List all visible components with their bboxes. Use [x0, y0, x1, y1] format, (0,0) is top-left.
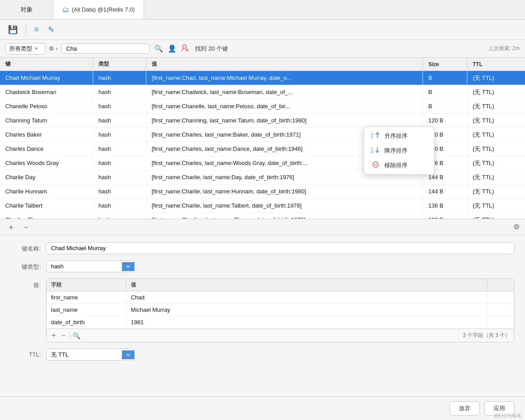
key-type-row: 键类型: hash string list set zset — [11, 260, 514, 272]
hash-table-row[interactable]: first_name Chad — [47, 291, 514, 304]
hash-col-field: 字段 — [47, 279, 126, 291]
add-field-button[interactable]: ＋ — [50, 331, 57, 340]
table-row[interactable]: Chanelle Peloso hash [first_name:Chanell… — [0, 99, 525, 114]
key-name-input[interactable] — [46, 242, 514, 254]
table-row[interactable]: Charlie Hunnam hash [first_name:Charlie,… — [0, 184, 525, 199]
cell-value: [first_name:Charlize, last_name:Theron, … — [146, 213, 423, 219]
hash-table-row[interactable]: last_name Michael Murray — [47, 304, 514, 316]
cell-type: hash — [93, 199, 146, 212]
remove-user-button[interactable] — [180, 43, 190, 55]
value-row: 值: 字段 值 first_name Chad — [11, 279, 514, 342]
sort-asc-menuitem[interactable]: A Z 升序排序 — [364, 129, 434, 143]
key-type-select[interactable]: hash string list set zset — [47, 261, 122, 272]
cell-value: [first_name:Charlie, last_name:Talbert, … — [146, 199, 423, 212]
hash-value-1: Michael Murray — [126, 304, 487, 316]
cell-size: B — [423, 71, 467, 85]
svg-point-0 — [183, 45, 186, 48]
cell-key: Charlize Theron — [0, 213, 93, 219]
cell-size: B — [423, 85, 467, 99]
hash-field-1: last_name — [47, 304, 126, 316]
table-row[interactable]: Charlize Theron hash [first_name:Charliz… — [0, 213, 525, 219]
col-header-key: 键 — [0, 58, 93, 71]
key-name-value-wrap — [46, 242, 514, 254]
table-row[interactable]: Channing Tatum hash [first_name:Channing… — [0, 114, 525, 128]
cell-key: Charles Woods Gray — [0, 156, 93, 170]
table-area: 键 类型 值 Size TTL Chad Michael Murray hash… — [0, 58, 525, 235]
search-input[interactable] — [66, 45, 133, 52]
detail-area: 键名称: 键类型: hash string list set zset — [0, 235, 525, 396]
table-row[interactable]: Charlie Day hash [first_name:Charlie, la… — [0, 170, 525, 184]
table-settings-button[interactable]: ⚙ — [513, 223, 520, 231]
search-settings-button[interactable]: ⚙ › — [49, 45, 58, 52]
col-header-ttl: TTL — [467, 58, 525, 71]
hash-table-header: 字段 值 — [47, 279, 514, 291]
cell-key: Charlie Talbert — [0, 199, 93, 212]
footer-divider — [70, 332, 70, 339]
type-select-label: 所有类型 — [9, 45, 32, 53]
hash-table-row[interactable]: date_of_birth 1981 — [47, 316, 514, 329]
cell-key: Charlie Day — [0, 170, 93, 184]
type-select[interactable]: 所有类型 ▼ — [5, 43, 45, 55]
cell-key: Channing Tatum — [0, 114, 93, 127]
add-row-button[interactable]: ＋ — [5, 221, 17, 233]
table-row[interactable]: Chad Michael Murray hash [first_name:Cha… — [0, 71, 525, 85]
hash-table-footer: ＋ － 🔍 3 个字段（共 3 个） — [47, 329, 514, 342]
remove-sort-icon — [371, 161, 380, 169]
svg-text:Z: Z — [371, 136, 373, 139]
cell-size: 144 B — [423, 184, 467, 198]
ttl-value-wrap: 无 TTL 自定义 — [46, 349, 514, 361]
sort-desc-menuitem[interactable]: Z A 降序排序 — [364, 143, 434, 158]
cell-key: Charles Dance — [0, 142, 93, 156]
search-icons: 🔍 👤 — [153, 43, 190, 55]
ttl-chevron-icon — [122, 350, 134, 359]
context-menu: A Z 升序排序 Z A 降序排序 — [364, 126, 435, 175]
action-row: 放弃 应用 — [0, 396, 525, 420]
watermark: @51CTU帖客 — [494, 413, 521, 419]
table-row[interactable]: Chadwick Boseman hash [first_name:Chadwi… — [0, 85, 525, 99]
remove-field-button[interactable]: － — [60, 331, 67, 340]
search-field-button[interactable]: 🔍 — [73, 332, 80, 339]
table-row[interactable]: Charles Dance hash [first_name:Charles, … — [0, 142, 525, 156]
ttl-select[interactable]: 无 TTL 自定义 — [47, 349, 122, 360]
key-type-select-wrap: hash string list set zset — [46, 260, 135, 272]
hash-table-wrap: 字段 值 first_name Chad last_name Michael M… — [46, 279, 514, 342]
hash-col-value: 值 — [126, 279, 487, 291]
hash-value-2: 1981 — [126, 316, 487, 328]
hash-field-0: first_name — [47, 291, 126, 303]
search-button[interactable]: 🔍 — [153, 43, 164, 54]
ttl-select-wrap: 无 TTL 自定义 — [46, 349, 135, 361]
field-count: 3 个字段（共 3 个） — [463, 332, 510, 339]
search-input-wrap — [61, 43, 150, 54]
table-row[interactable]: Charles Woods Gray hash [first_name:Char… — [0, 156, 525, 170]
cell-key: Charles Baker — [0, 128, 93, 141]
table-row[interactable]: Charles Baker hash [first_name:Charles, … — [0, 128, 525, 142]
cell-type: hash — [93, 99, 146, 113]
tab-icon: 🗂 — [62, 6, 69, 14]
tab-label: (All Data) @1(Redis 7.0) — [72, 6, 135, 13]
ttl-row: TTL: 无 TTL 自定义 — [11, 349, 514, 361]
main-tab[interactable]: 🗂 (All Data) @1(Redis 7.0) — [53, 0, 144, 19]
cell-ttl: (无 TTL) — [467, 170, 525, 184]
table-row[interactable]: Charlie Talbert hash [first_name:Charlie… — [0, 199, 525, 213]
hash-field-2: date_of_birth — [47, 316, 126, 328]
remove-sort-menuitem[interactable]: 移除排序 — [364, 158, 434, 173]
hash-value-0: Chad — [126, 291, 487, 303]
list-button[interactable]: ≡ — [31, 23, 42, 36]
chevron-down-icon: ▼ — [34, 46, 39, 51]
save-button[interactable]: 💾 — [5, 23, 20, 36]
cell-value: [first_name:Charlie, last_name:Hunnam, d… — [146, 184, 423, 198]
cell-type: hash — [93, 128, 146, 141]
list-icon: ≡ — [34, 25, 39, 34]
found-text: 找到 20 个键 — [195, 45, 228, 53]
cell-ttl: (无 TTL) — [467, 71, 525, 85]
edit-icon: ✎ — [48, 25, 55, 35]
user-x-icon — [181, 44, 189, 52]
col-header-value: 值 — [146, 58, 423, 71]
cell-ttl: (无 TTL) — [467, 128, 525, 141]
remove-row-button[interactable]: － — [20, 221, 32, 233]
edit-button[interactable]: ✎ — [45, 23, 57, 36]
cell-type: hash — [93, 170, 146, 184]
cell-value: [first_name:Channing, last_name:Tatum, d… — [146, 114, 423, 127]
discard-button[interactable]: 放弃 — [450, 401, 480, 416]
filter-user-button[interactable]: 👤 — [167, 43, 177, 54]
